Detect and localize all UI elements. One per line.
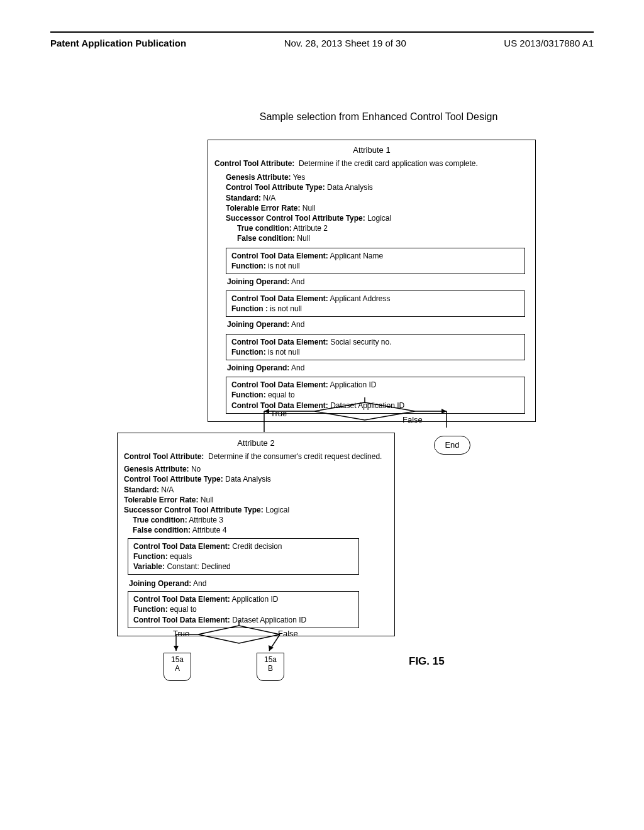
page-header: Patent Application Publication Nov. 28, … xyxy=(0,33,644,48)
attr1-genesis-label: Genesis Attribute: xyxy=(226,173,291,182)
decision-1 xyxy=(208,397,478,435)
attr1-succ-label: Successor Control Tool Attribute Type: xyxy=(226,214,365,223)
de-value: Credit decision xyxy=(232,542,282,551)
attr1-op1: Joining Operand: And xyxy=(227,275,529,288)
de-value: Application ID xyxy=(330,380,376,389)
attr1-type-value: Data Analysis xyxy=(327,183,373,192)
de-label: Control Tool Data Element: xyxy=(231,380,328,389)
page-info: Nov. 28, 2013 Sheet 19 of 30 xyxy=(284,38,406,48)
conn-a-line1: 15a xyxy=(171,655,184,664)
var-value: Constant: Declined xyxy=(167,562,230,571)
conn-b-line1: 15a xyxy=(264,655,277,664)
attr2-cta-label: Control Tool Attribute: xyxy=(124,452,204,461)
de-label: Control Tool Data Element: xyxy=(231,338,328,346)
flow2-true: True xyxy=(173,629,189,638)
attr2-title: Attribute 2 xyxy=(124,438,388,448)
attr2-genesis-value: No xyxy=(191,465,201,473)
op-value: And xyxy=(291,320,304,329)
attr2-meta: Genesis Attribute: No Control Tool Attri… xyxy=(124,464,388,535)
attr1-cta-label: Control Tool Attribute: xyxy=(214,159,294,168)
attr1-succ-value: Logical xyxy=(367,214,391,223)
attr1-false-label: False condition: xyxy=(237,234,295,243)
fn-value: is not null xyxy=(270,304,302,313)
decision-2 xyxy=(126,621,340,655)
attr1-genesis-value: Yes xyxy=(293,173,306,182)
attr1-meta: Genesis Attribute: Yes Control Tool Attr… xyxy=(226,172,529,243)
attr1-standard-value: N/A xyxy=(263,194,275,202)
pub-number: US 2013/0317880 A1 xyxy=(504,38,594,48)
figure-label: FIG. 15 xyxy=(409,655,445,668)
svg-marker-12 xyxy=(174,646,179,651)
attr2-succ-label: Successor Control Tool Attribute Type: xyxy=(124,506,264,514)
attr1-type-label: Control Tool Attribute Type: xyxy=(226,183,325,192)
op-value: And xyxy=(193,579,206,588)
de-value: Social security no. xyxy=(330,338,391,346)
attr1-false-value: Null xyxy=(297,234,310,243)
op-value: And xyxy=(291,277,304,286)
var-label: Variable: xyxy=(133,562,165,571)
de-label: Control Tool Data Element: xyxy=(231,294,328,303)
de-value: Application ID xyxy=(231,595,278,604)
attr2-type-label: Control Tool Attribute Type: xyxy=(124,475,223,484)
attr1-de1-box: Control Tool Data Element: Applicant Nam… xyxy=(226,248,525,274)
de-value: Applicant Name xyxy=(330,252,383,260)
fn-value: is not null xyxy=(268,262,300,270)
fn-label: Function : xyxy=(231,304,268,313)
attr2-true-label: True condition: xyxy=(133,516,187,524)
flow1-false: False xyxy=(402,415,423,424)
attr2-de1-box: Control Tool Data Element: Credit decisi… xyxy=(128,538,359,575)
op-label: Joining Operand: xyxy=(129,579,191,588)
attr1-true-label: True condition: xyxy=(237,224,292,233)
svg-marker-3 xyxy=(264,409,269,414)
op-label: Joining Operand: xyxy=(227,320,289,329)
svg-marker-1 xyxy=(314,402,415,420)
attr2-true-value: Attribute 3 xyxy=(189,516,223,524)
pub-type: Patent Application Publication xyxy=(50,38,186,48)
attr2-tolerable-label: Tolerable Error Rate: xyxy=(124,495,198,504)
attr1-tolerable-value: Null xyxy=(303,204,316,213)
conn-b-line2: B xyxy=(268,664,273,673)
flow2-false: False xyxy=(278,629,298,638)
attr2-genesis-label: Genesis Attribute: xyxy=(124,465,189,473)
connector-a: 15a A xyxy=(164,653,191,681)
op-label: Joining Operand: xyxy=(227,363,289,372)
op-label: Joining Operand: xyxy=(227,277,289,286)
attr2-type-value: Data Analysis xyxy=(225,475,271,484)
attr2-succ-value: Logical xyxy=(265,506,289,514)
fn-value: equal to xyxy=(170,605,197,614)
attr2-op1: Joining Operand: And xyxy=(129,576,388,589)
attr1-de2-box: Control Tool Data Element: Applicant Add… xyxy=(226,290,525,317)
de-label: Control Tool Data Element: xyxy=(133,595,230,604)
attr1-standard-label: Standard: xyxy=(226,194,261,202)
fn-label: Function: xyxy=(231,348,266,357)
conn-a-line2: A xyxy=(175,664,180,673)
attr2-standard-label: Standard: xyxy=(124,485,159,494)
attr2-tolerable-value: Null xyxy=(201,495,214,504)
attribute-2-box: Attribute 2 Control Tool Attribute: Dete… xyxy=(117,433,395,636)
fn-value: is not null xyxy=(268,348,300,357)
fn-value: equals xyxy=(170,552,192,561)
attr2-cta: Control Tool Attribute: Determine if the… xyxy=(124,451,388,462)
de-value: Applicant Address xyxy=(330,294,390,303)
attr1-cta: Control Tool Attribute: Determine if the… xyxy=(214,158,529,169)
attr2-false-label: False condition: xyxy=(133,526,191,534)
attr1-op2: Joining Operand: And xyxy=(227,318,529,331)
sample-title: Sample selection from Enhanced Control T… xyxy=(0,111,644,123)
svg-marker-6 xyxy=(441,409,447,414)
attr1-cta-value: Determine if the credit card application… xyxy=(299,159,478,168)
attr2-false-value: Attribute 4 xyxy=(192,526,227,534)
fn-label: Function: xyxy=(133,552,168,561)
fn-label: Function: xyxy=(231,262,266,270)
attr1-op3: Joining Operand: And xyxy=(227,362,529,374)
de-label: Control Tool Data Element: xyxy=(133,542,230,551)
op-value: And xyxy=(291,363,304,372)
end-terminal: End xyxy=(434,436,470,455)
attr2-standard-value: N/A xyxy=(161,485,174,494)
connector-b: 15a B xyxy=(257,653,284,681)
attr2-cta-value: Determine if the consumer's credit reque… xyxy=(208,452,382,461)
attr1-tolerable-label: Tolerable Error Rate: xyxy=(226,204,300,213)
de-label: Control Tool Data Element: xyxy=(231,252,328,260)
attr1-title: Attribute 1 xyxy=(214,145,529,155)
flow1-true: True xyxy=(270,409,287,418)
attr1-de3-box: Control Tool Data Element: Social securi… xyxy=(226,334,525,360)
